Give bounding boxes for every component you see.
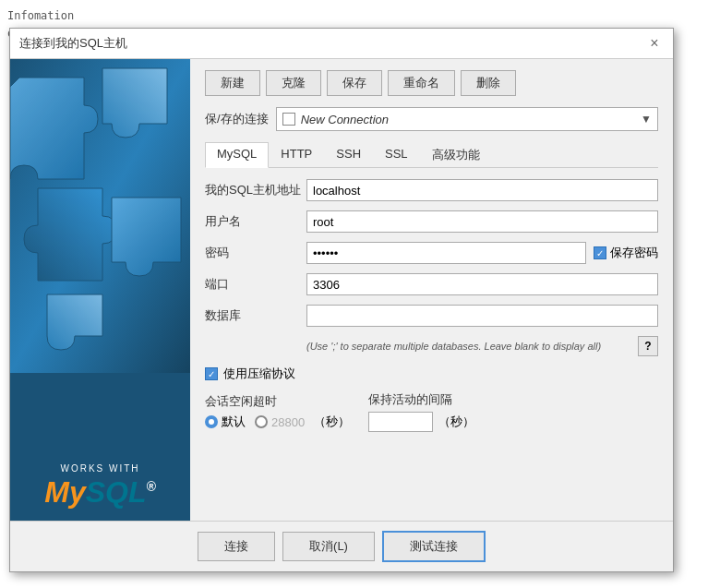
cancel-button[interactable]: 取消(L)	[282, 532, 375, 561]
database-row: 数据库	[205, 305, 658, 327]
username-label: 用户名	[205, 213, 306, 230]
port-input[interactable]	[306, 273, 658, 295]
keepalive-group: 保持活动的间隔 （秒）	[368, 391, 474, 432]
custom-radio[interactable]	[255, 415, 268, 428]
username-input[interactable]	[306, 210, 658, 233]
custom-radio-item[interactable]: 28800	[255, 415, 305, 429]
rename-button[interactable]: 重命名	[388, 70, 455, 96]
tabs-bar: MySQL HTTP SSH SSL 高级功能	[205, 142, 658, 168]
form-section: 我的SQL主机地址 用户名 密码 ✓ 保存密码	[205, 179, 658, 510]
session-timeout-label: 会话空闲超时	[205, 393, 350, 410]
username-row: 用户名	[205, 210, 658, 233]
keepalive-input[interactable]	[368, 412, 433, 432]
delete-button[interactable]: 删除	[461, 70, 516, 96]
hint-row: (Use ';' to separate multiple databases.…	[205, 336, 658, 356]
default-radio-label: 默认	[222, 414, 246, 430]
save-password-label: 保存密码	[610, 245, 658, 261]
tab-http[interactable]: HTTP	[269, 142, 324, 167]
new-button[interactable]: 新建	[205, 70, 260, 96]
title-bar: 连接到我的SQL主机 ×	[10, 29, 673, 59]
saved-connection-label: 保/存的连接	[205, 111, 269, 127]
password-input[interactable]	[306, 242, 586, 264]
saved-connection-select[interactable]: New Connection ▼	[276, 107, 658, 131]
clone-button[interactable]: 克隆	[266, 70, 321, 96]
works-with-text: WORKS WITH	[60, 463, 139, 474]
test-connection-button[interactable]: 测试连接	[382, 531, 486, 562]
seconds-label-1: （秒）	[314, 414, 350, 430]
port-label: 端口	[205, 276, 306, 293]
port-row: 端口	[205, 273, 658, 295]
hint-text: (Use ';' to separate multiple databases.…	[306, 341, 638, 352]
dialog: 连接到我的SQL主机 ×	[9, 28, 674, 572]
password-row: 密码 ✓ 保存密码	[205, 242, 658, 264]
hint-button[interactable]: ?	[638, 336, 658, 356]
compress-checkbox[interactable]: ✓	[205, 367, 218, 380]
tab-ssl[interactable]: SSL	[373, 142, 420, 167]
mysql-logo-blue: SQL	[86, 475, 147, 509]
keepalive-input-row: （秒）	[368, 412, 474, 432]
close-button[interactable]: ×	[645, 34, 664, 53]
puzzle-background	[10, 59, 190, 373]
database-label: 数据库	[205, 307, 306, 324]
saved-connection-checkbox	[282, 113, 295, 126]
compress-label: 使用压缩协议	[223, 366, 295, 382]
host-label: 我的SQL主机地址	[205, 182, 306, 198]
compress-row: ✓ 使用压缩协议	[205, 366, 658, 382]
right-panel: 新建 克隆 保存 重命名 删除 保/存的连接 New Connection ▼ …	[190, 59, 673, 521]
mysql-logo: MySQL®	[44, 477, 156, 507]
bg-line: Infomation	[7, 7, 701, 25]
toolbar: 新建 克隆 保存 重命名 删除	[205, 70, 658, 96]
left-panel: WORKS WITH MySQL®	[10, 59, 190, 521]
connect-button[interactable]: 连接	[198, 532, 275, 561]
tab-ssh[interactable]: SSH	[324, 142, 373, 167]
seconds-label-2: （秒）	[438, 414, 474, 430]
save-button[interactable]: 保存	[327, 70, 382, 96]
save-password-checkbox-row: ✓ 保存密码	[594, 245, 658, 261]
host-row: 我的SQL主机地址	[205, 179, 658, 201]
dialog-title: 连接到我的SQL主机	[19, 35, 127, 52]
default-radio[interactable]	[205, 415, 218, 428]
database-input[interactable]	[306, 305, 658, 327]
mysql-logo-dot: ®	[146, 479, 155, 494]
saved-connection-value: New Connection	[301, 113, 641, 126]
dialog-footer: 连接 取消(L) 测试连接	[10, 521, 673, 571]
puzzle-image	[10, 59, 190, 373]
session-group: 会话空闲超时 默认 28800 （秒）	[205, 393, 350, 430]
tab-mysql[interactable]: MySQL	[205, 142, 269, 168]
custom-radio-value: 28800	[271, 415, 305, 429]
session-options: 默认 28800 （秒）	[205, 414, 350, 430]
session-keepalive-row: 会话空闲超时 默认 28800 （秒）	[205, 391, 658, 432]
dialog-body: WORKS WITH MySQL® 新建 克隆 保存 重命名 删除 保/存的连接	[10, 59, 673, 521]
dropdown-arrow-icon: ▼	[641, 113, 652, 126]
keepalive-label: 保持活动的间隔	[368, 391, 474, 408]
mysql-logo-orange: My	[44, 475, 85, 509]
save-password-checkbox[interactable]: ✓	[594, 246, 606, 259]
saved-connection-row: 保/存的连接 New Connection ▼	[205, 107, 658, 131]
host-input[interactable]	[306, 179, 658, 201]
tab-advanced[interactable]: 高级功能	[420, 142, 492, 167]
mysql-logo-area: WORKS WITH MySQL®	[10, 450, 190, 521]
default-radio-item[interactable]: 默认	[205, 414, 246, 430]
password-label: 密码	[205, 245, 306, 261]
